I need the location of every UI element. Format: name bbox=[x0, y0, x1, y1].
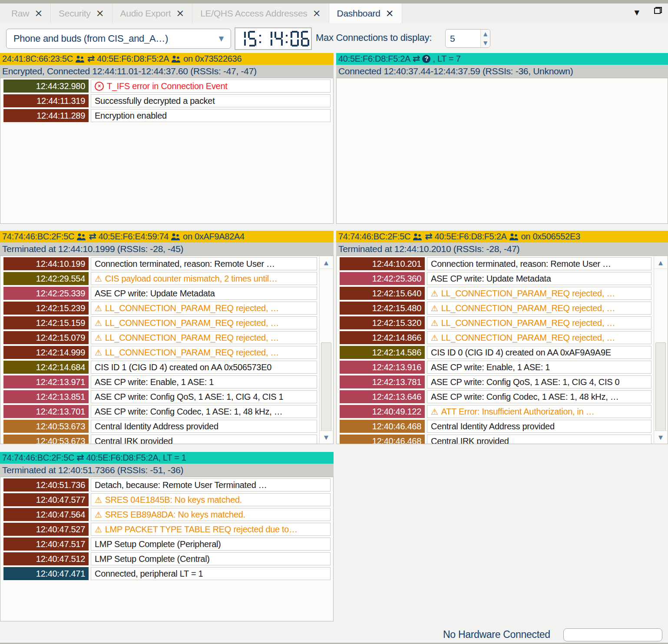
clock-digit bbox=[264, 31, 272, 46]
event-message-text: Successfully decrypted a packet bbox=[95, 95, 215, 107]
event-message: ⚠LL_CONNECTION_PARAM_REQ rejected, … bbox=[427, 316, 651, 329]
tab-security[interactable]: Security× bbox=[51, 3, 112, 23]
stepper-up-icon[interactable]: ▲ bbox=[481, 30, 490, 39]
event-row[interactable]: 12:44:32.980×T_IFS error in Connection E… bbox=[3, 80, 331, 93]
event-row[interactable]: 12:42:13.781ASE CP write: Config QoS, 1 … bbox=[340, 375, 651, 388]
connection-panel-4: 74:74:46:BC:2F:5C⇄40:5E:F6:D8:F5:2Aon 0x… bbox=[336, 231, 668, 444]
event-row[interactable]: 12:42:14.684CIS ID 1 (CIG ID 4) created … bbox=[3, 361, 317, 374]
clock-colon bbox=[258, 31, 262, 46]
event-row[interactable]: 12:40:47.564⚠SRES EB89A8DA: No keys matc… bbox=[3, 508, 331, 521]
status-progress-field[interactable] bbox=[563, 628, 662, 641]
scrollbar-down-icon[interactable]: ▼ bbox=[654, 431, 667, 443]
event-message-text: LL_CONNECTION_PARAM_REQ rejected, … bbox=[105, 332, 279, 344]
event-row[interactable]: 12:42:13.916ASE CP write: Enable, 1 ASE:… bbox=[340, 361, 651, 374]
event-message-text: LL_CONNECTION_PARAM_REQ rejected, … bbox=[105, 317, 279, 329]
event-row[interactable]: 12:42:14.999⚠LL_CONNECTION_PARAM_REQ rej… bbox=[3, 346, 317, 359]
tab-le-qhs-access-addresses[interactable]: LE/QHS Access Addresses× bbox=[192, 3, 329, 23]
scrollbar-down-icon[interactable]: ▼ bbox=[320, 431, 333, 443]
connection-subheader: Terminated at 12:44:10.2010 (RSSIs: -28,… bbox=[336, 242, 668, 256]
event-message-text: LL_CONNECTION_PARAM_REQ rejected, … bbox=[441, 302, 615, 314]
tab-close-icon[interactable]: × bbox=[34, 8, 43, 18]
event-row[interactable]: 12:42:13.971ASE CP write: Enable, 1 ASE:… bbox=[3, 375, 317, 388]
event-row[interactable]: 12:40:47.512LMP Setup Complete (Central) bbox=[3, 552, 331, 565]
tab-dashboard[interactable]: Dashboard× bbox=[329, 3, 402, 23]
event-row[interactable]: 12:42:13.701ASE CP write: Config Codec, … bbox=[3, 405, 317, 418]
event-row[interactable]: 12:42:15.239⚠LL_CONNECTION_PARAM_REQ rej… bbox=[3, 302, 317, 315]
event-timestamp: 12:42:13.971 bbox=[3, 375, 89, 388]
connection-subheader: Encrypted, Connected 12:44:11.01-12:44:3… bbox=[0, 65, 334, 78]
event-row[interactable]: 12:42:25.360ASE CP write: Update Metadat… bbox=[340, 272, 651, 285]
scrollbar[interactable]: ▲▼ bbox=[319, 256, 333, 443]
stepper-down-icon[interactable]: ▼ bbox=[481, 39, 490, 48]
tab-close-icon[interactable]: × bbox=[386, 8, 394, 18]
event-message-text: ASE CP write: Update Metadata bbox=[431, 272, 551, 285]
event-message: ⚠SRES EB89A8DA: No keys matched. bbox=[91, 508, 331, 521]
max-connections-input[interactable] bbox=[446, 30, 480, 47]
event-row[interactable]: 12:42:15.079⚠LL_CONNECTION_PARAM_REQ rej… bbox=[3, 331, 317, 344]
event-row[interactable]: 12:44:10.201Connection terminated, reaso… bbox=[340, 257, 651, 270]
event-message: Successfully decrypted a packet bbox=[91, 94, 331, 107]
event-row[interactable]: 12:40:53.673Central IRK provided bbox=[3, 435, 317, 444]
event-message-text: LMP PACKET TYPE TABLE REQ rejected due t… bbox=[105, 523, 298, 535]
event-row[interactable]: 12:42:14.866⚠LL_CONNECTION_PARAM_REQ rej… bbox=[340, 331, 651, 344]
scrollbar[interactable]: ▲▼ bbox=[654, 256, 667, 443]
event-message: ASE CP write: Config Codec, 1 ASE: 1, 48… bbox=[427, 390, 651, 403]
stepper-buttons: ▲ ▼ bbox=[480, 30, 490, 47]
event-row[interactable]: 12:40:46.468Central Identity Address pro… bbox=[340, 420, 651, 433]
warning-icon: ⚠ bbox=[431, 319, 438, 327]
tab-audio-export[interactable]: Audio Export× bbox=[112, 3, 193, 23]
warning-icon: ⚠ bbox=[95, 304, 102, 312]
preset-dropdown[interactable]: Phone and buds (from CIS_and_A…) ▼ bbox=[6, 29, 231, 49]
warning-icon: ⚠ bbox=[95, 275, 102, 283]
event-row[interactable]: 12:44:10.199Connection terminated, reaso… bbox=[3, 257, 317, 270]
event-row[interactable]: 12:40:46.468Central IRK provided bbox=[340, 435, 651, 444]
event-row[interactable]: 12:42:15.159⚠LL_CONNECTION_PARAM_REQ rej… bbox=[3, 316, 317, 329]
event-timestamp: 12:40:47.471 bbox=[3, 567, 89, 580]
connection-header-text: , LT = 7 bbox=[433, 53, 460, 65]
event-row[interactable]: 12:40:47.577⚠SRES 04E1845B: No keys matc… bbox=[3, 493, 331, 506]
tab-close-icon[interactable]: × bbox=[313, 8, 321, 18]
warning-icon: ⚠ bbox=[431, 304, 438, 312]
event-timestamp: 12:40:47.564 bbox=[3, 508, 89, 521]
scrollbar-up-icon[interactable]: ▲ bbox=[320, 256, 333, 269]
event-row[interactable]: 12:44:11.319Successfully decrypted a pac… bbox=[3, 94, 331, 107]
event-row[interactable]: 12:40:51.736Detach, because: Remote User… bbox=[3, 478, 331, 491]
event-row[interactable]: 12:42:15.320⚠LL_CONNECTION_PARAM_REQ rej… bbox=[340, 316, 651, 329]
event-timestamp: 12:40:47.577 bbox=[3, 493, 89, 506]
event-row[interactable]: 12:40:47.527⚠LMP PACKET TYPE TABLE REQ r… bbox=[3, 523, 331, 536]
event-list: 12:44:10.199Connection terminated, reaso… bbox=[0, 256, 334, 444]
tab-overflow-caret-icon[interactable]: ▼ bbox=[634, 9, 639, 17]
event-row[interactable]: 12:42:13.646ASE CP write: Config Codec, … bbox=[340, 390, 651, 403]
warning-icon: ⚠ bbox=[95, 511, 102, 519]
max-connections-stepper: ▲ ▼ bbox=[445, 29, 490, 48]
scrollbar-thumb[interactable] bbox=[321, 342, 331, 431]
event-row[interactable]: 12:42:15.640⚠LL_CONNECTION_PARAM_REQ rej… bbox=[340, 287, 651, 300]
event-row[interactable]: 12:42:25.339ASE CP write: Update Metadat… bbox=[3, 287, 317, 300]
status-message: No Hardware Connected bbox=[443, 629, 550, 641]
event-row[interactable]: 12:40:47.517LMP Setup Complete (Peripher… bbox=[3, 538, 331, 551]
scrollbar-thumb[interactable] bbox=[655, 342, 666, 431]
connection-header-text: 40:5E:F6:D8:F5:2A bbox=[97, 53, 169, 65]
scrollbar-up-icon[interactable]: ▲ bbox=[654, 256, 667, 269]
event-rows: 12:40:51.736Detach, because: Remote User… bbox=[0, 477, 333, 580]
event-row[interactable]: 12:42:29.554⚠CIS payload counter mismatc… bbox=[3, 272, 317, 285]
warning-icon: ⚠ bbox=[95, 334, 102, 342]
event-row[interactable]: 12:40:53.673Central Identity Address pro… bbox=[3, 420, 317, 433]
tab-raw[interactable]: Raw× bbox=[3, 3, 51, 23]
event-message-text: ASE CP write: Enable, 1 ASE: 1 bbox=[95, 376, 214, 388]
tab-close-icon[interactable]: × bbox=[176, 8, 184, 18]
event-timestamp: 12:44:11.319 bbox=[3, 94, 89, 107]
tab-close-icon[interactable]: × bbox=[96, 8, 104, 18]
event-row[interactable]: 12:42:15.480⚠LL_CONNECTION_PARAM_REQ rej… bbox=[340, 302, 651, 315]
event-row[interactable]: 12:40:47.471Connected, peripheral LT = 1 bbox=[3, 567, 331, 580]
max-connections-label: Max Connections to display: bbox=[316, 32, 432, 43]
connection-header-text: 74:74:46:BC:2F:5C bbox=[2, 452, 74, 464]
event-list: 12:44:32.980×T_IFS error in Connection E… bbox=[0, 78, 334, 224]
new-window-icon[interactable] bbox=[654, 7, 662, 14]
event-row[interactable]: 12:42:13.851ASE CP write: Config QoS, 1 … bbox=[3, 390, 317, 403]
event-message: ⚠LL_CONNECTION_PARAM_REQ rejected, … bbox=[91, 302, 317, 315]
event-row[interactable]: 12:40:49.122⚠ATT Error: Insufficient Aut… bbox=[340, 405, 651, 418]
event-row[interactable]: 12:44:11.289Encryption enabled bbox=[3, 109, 331, 122]
connection-subheader: Terminated at 12:44:10.1999 (RSSIs: -28,… bbox=[0, 242, 334, 256]
event-row[interactable]: 12:42:14.586CIS ID 0 (CIG ID 4) created … bbox=[340, 346, 651, 359]
